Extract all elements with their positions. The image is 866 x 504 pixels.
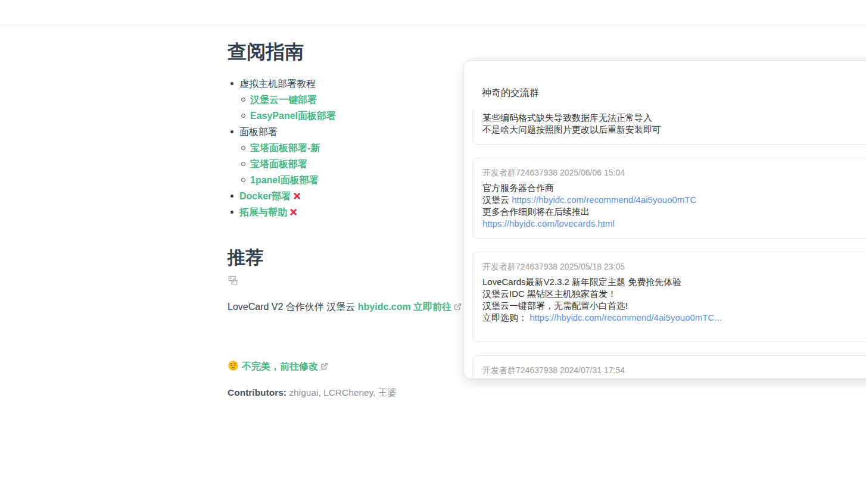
- message-line: 更多合作细则将在后续推出: [482, 206, 861, 218]
- thinking-face-icon: [228, 360, 239, 371]
- chat-group-panel: 神奇的交流群 某些编码格式缺失导致数据库无法正常导入不是啥大问题按照图片更改以后…: [463, 60, 866, 379]
- contributors-label: Contributors:: [228, 387, 286, 397]
- toc-item: 虚拟主机部署教程: [228, 76, 490, 92]
- toc-link[interactable]: 1panel面板部署: [250, 175, 319, 185]
- toc-item[interactable]: Docker部署: [228, 188, 490, 204]
- chat-link[interactable]: https://hbyidc.com/recommend/4ai5youo0mT…: [512, 195, 696, 205]
- toc-link[interactable]: 宝塔面板部署-新: [250, 143, 320, 153]
- toc-text: 面板部署: [239, 127, 278, 137]
- contributors-row: Contributors: zhiguai, LCRCheney, 王婆: [228, 386, 490, 400]
- message-meta: 开发者群724637938 2024/07/31 17:54: [482, 364, 861, 376]
- contributors-names: zhiguai, LCRCheney, 王婆: [289, 387, 397, 397]
- toc-text: 虚拟主机部署教程: [239, 79, 316, 89]
- message-line: 汉堡云一键部署，无需配置小白首选!: [482, 300, 861, 312]
- message-list[interactable]: 某些编码格式缺失导致数据库无法正常导入不是啥大问题按照图片更改以后重新安装即可开…: [472, 111, 866, 378]
- toc-list: 虚拟主机部署教程汉堡云一键部署EasyPanel面板部署面板部署宝塔面板部署-新…: [228, 76, 490, 220]
- message-line: 不是啥大问题按照图片更改以后重新安装即可: [482, 124, 861, 136]
- message-line: 立即选购： https://hbyidc.com/recommend/4ai5y…: [482, 312, 861, 324]
- cross-mark-icon: [289, 208, 298, 217]
- message-meta: 开发者群724637938 2025/05/18 23:05: [482, 261, 861, 273]
- chat-text: 不是啥大问题按照图片更改以后重新安装即可: [482, 124, 661, 134]
- message-line: LoveCards最新V2.3.2 新年限定主题 免费抢先体验: [482, 276, 861, 288]
- message-card: 开发者群724637938 2025/06/06 15:04官方服务器合作商汉堡…: [472, 158, 866, 239]
- message-card: 某些编码格式缺失导致数据库无法正常导入不是啥大问题按照图片更改以后重新安装即可: [472, 111, 866, 145]
- toc-subitem[interactable]: 1panel面板部署: [228, 172, 490, 188]
- go-now-link[interactable]: 立即前往: [413, 302, 451, 312]
- top-navbar: [0, 0, 866, 26]
- message-line: 汉堡云 https://hbyidc.com/recommend/4ai5you…: [482, 194, 861, 206]
- recommend-heading: 推荐: [228, 246, 490, 269]
- chat-text: 官方服务器合作商: [482, 183, 554, 193]
- edit-page-link[interactable]: 不完美，前往修改: [242, 361, 318, 371]
- toc-item[interactable]: 拓展与帮助: [228, 204, 490, 220]
- chat-text: 某些编码格式缺失导致数据库无法正常导入: [482, 112, 652, 123]
- chat-link[interactable]: https://hbyidc.com/lovecards.html: [482, 218, 615, 228]
- toc-link[interactable]: 汉堡云一键部署: [250, 95, 317, 105]
- message-line: 官方服务器合作商: [482, 182, 861, 194]
- chat-text: 更多合作细则将在后续推出: [482, 206, 590, 217]
- chat-link[interactable]: https://hbyidc.com/recommend/4ai5youo0mT…: [529, 312, 722, 323]
- toc-link[interactable]: Docker部署: [239, 191, 291, 201]
- recommend-line: LoveCard V2 合作伙伴 汉堡云 hbyidc.com 立即前往: [228, 300, 490, 314]
- message-meta: 开发者群724637938 2025/06/06 15:04: [482, 167, 861, 179]
- external-link-icon: [454, 303, 462, 311]
- cross-mark-icon: [292, 192, 301, 201]
- page-title: 查阅指南: [228, 40, 490, 64]
- message-card: 开发者群724637938 2025/05/18 23:05LoveCards最…: [472, 252, 866, 342]
- edit-page-row: 不完美，前往修改: [228, 359, 490, 374]
- chat-text: LoveCards最新V2.3.2 新年限定主题 免费抢先体验: [482, 277, 681, 287]
- message-line: 汉堡云IDC 黑钻区主机独家首发！: [482, 288, 861, 300]
- doc-content: 查阅指南 虚拟主机部署教程汉堡云一键部署EasyPanel面板部署面板部署宝塔面…: [228, 26, 490, 400]
- chat-text: 汉堡云IDC 黑钻区主机独家首发！: [482, 289, 616, 299]
- toc-link[interactable]: 宝塔面板部署: [250, 159, 307, 169]
- toc-item: 面板部署: [228, 124, 490, 140]
- toc-link[interactable]: 拓展与帮助: [239, 207, 287, 217]
- chat-panel-title: 神奇的交流群: [482, 87, 539, 99]
- chat-text: 汉堡云一键部署，无需配置小白首选!: [482, 300, 628, 311]
- broken-image-icon: [228, 275, 238, 286]
- message-line: 某些编码格式缺失导致数据库无法正常导入: [482, 112, 861, 124]
- toc-subitem[interactable]: 汉堡云一键部署: [228, 92, 490, 108]
- toc-subitem[interactable]: EasyPanel面板部署: [228, 108, 490, 124]
- chat-text: 汉堡云: [482, 195, 512, 205]
- chat-text: 立即选购：: [482, 312, 529, 323]
- toc-subitem[interactable]: 宝塔面板部署: [228, 156, 490, 172]
- recommend-text: LoveCard V2 合作伙伴 汉堡云: [228, 302, 358, 312]
- message-line: https://hbyidc.com/lovecards.html: [482, 218, 861, 230]
- message-card: 开发者群724637938 2024/07/31 17:54LC2将上架宝塔，名…: [472, 355, 866, 378]
- toc-link[interactable]: EasyPanel面板部署: [250, 111, 336, 121]
- hbyidc-link[interactable]: hbyidc.com: [358, 302, 411, 312]
- external-link-icon: [320, 362, 328, 370]
- toc-subitem[interactable]: 宝塔面板部署-新: [228, 140, 490, 156]
